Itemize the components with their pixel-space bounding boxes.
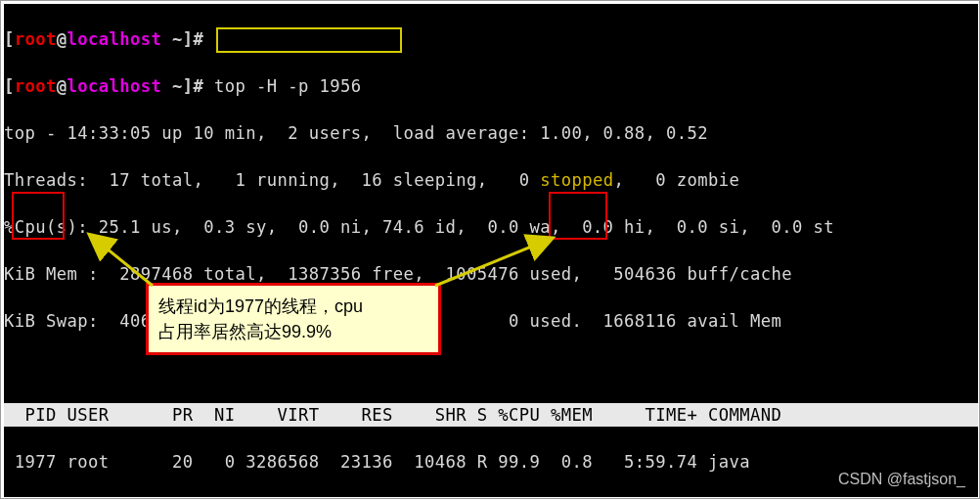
prompt-tilde: ~ <box>161 29 183 49</box>
bracket-open-2: [ <box>4 76 15 96</box>
blank-line <box>4 356 978 380</box>
prompt-at-2: @ <box>57 76 67 96</box>
prompt-host: localhost <box>67 29 162 49</box>
terminal-screenshot: [root@localhost ~]# [root@localhost ~]# … <box>0 0 980 499</box>
prompt-line-2: [root@localhost ~]# top -H -p 1956 <box>4 74 978 98</box>
prompt-tilde-2: ~ <box>161 76 183 96</box>
threads-zombie: , 0 zombie <box>613 170 739 190</box>
bracket-open: [ <box>4 29 15 49</box>
callout-line-1: 线程id为1977的线程，cpu <box>158 294 428 319</box>
prompt-line-1: [root@localhost ~]# <box>4 27 978 51</box>
column-header-row: PID USER PR NI VIRT RES SHR S %CPU %MEM … <box>4 403 978 427</box>
highlight-command-box <box>216 27 402 53</box>
prompt-user-2: root <box>15 76 57 96</box>
top-summary-2: Threads: 17 total, 1 running, 16 sleepin… <box>4 168 978 192</box>
top-summary-1: top - 14:33:05 up 10 min, 2 users, load … <box>4 121 978 145</box>
command-top: top -H -p 1956 <box>214 76 361 96</box>
prompt-at: @ <box>57 29 67 49</box>
prompt-user: root <box>15 29 57 49</box>
prompt-host-2: localhost <box>67 76 162 96</box>
bracket-close-2: ] <box>183 76 194 96</box>
table-row: 1977 root 20 0 3286568 23136 10468 R 99.… <box>4 450 978 474</box>
terminal[interactable]: [root@localhost ~]# [root@localhost ~]# … <box>4 4 978 497</box>
watermark: CSDN @fastjson_ <box>838 471 965 488</box>
threads-counts: Threads: 17 total, 1 running, 16 sleepin… <box>4 170 540 190</box>
highlight-pid-box <box>12 192 65 240</box>
callout-line-2: 占用率居然高达99.9% <box>158 319 428 344</box>
annotation-callout: 线程id为1977的线程，cpu 占用率居然高达99.9% <box>146 283 441 355</box>
prompt-hash: # <box>193 29 203 49</box>
highlight-cpu-box <box>549 192 607 240</box>
bracket-close: ] <box>183 29 194 49</box>
threads-stopped: stopped <box>540 170 613 190</box>
column-headers: PID USER PR NI VIRT RES SHR S %CPU %MEM … <box>4 403 978 427</box>
prompt-hash-2: # <box>193 76 203 96</box>
top-summary-3: %Cpu(s): 25.1 us, 0.3 sy, 0.0 ni, 74.6 i… <box>4 215 978 239</box>
